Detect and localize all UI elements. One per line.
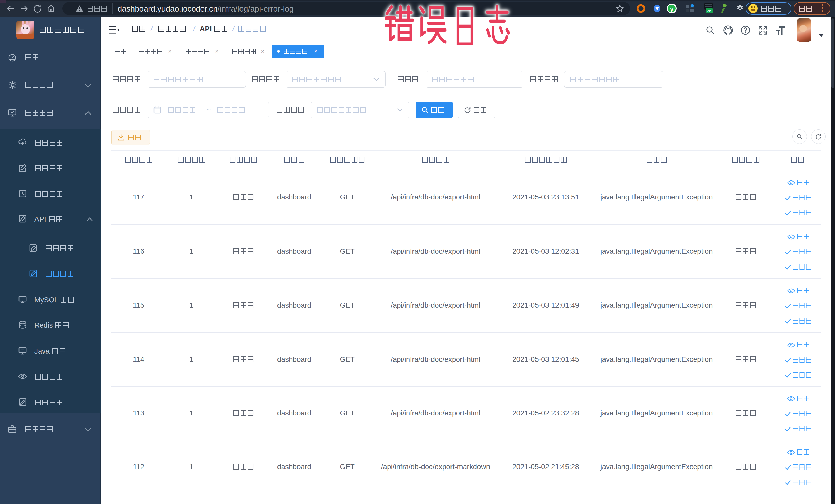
svg-text:on: on	[708, 9, 711, 13]
